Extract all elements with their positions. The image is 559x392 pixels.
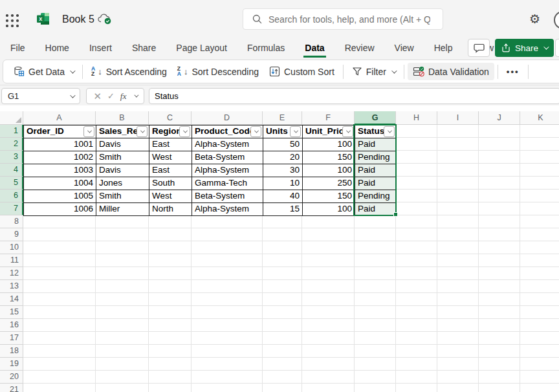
cell[interactable]: East — [149, 138, 192, 151]
tab-home[interactable]: Home — [44, 39, 71, 58]
fill-handle[interactable] — [393, 212, 398, 217]
column-header-A[interactable]: A — [23, 111, 96, 125]
column-header-B[interactable]: B — [96, 111, 149, 125]
cell[interactable]: West — [149, 151, 192, 164]
cell[interactable]: Davis — [96, 164, 149, 177]
filter-dropdown-button[interactable] — [290, 126, 301, 137]
row-header-6[interactable]: 6 — [0, 190, 23, 202]
cell[interactable]: 15 — [263, 203, 303, 216]
comments-button[interactable] — [468, 39, 490, 57]
cell[interactable]: Paid — [355, 177, 397, 190]
row-header-13[interactable]: 13 — [0, 280, 23, 293]
cell[interactable]: 150 — [303, 190, 355, 203]
cell[interactable]: 10 — [263, 177, 303, 190]
cell[interactable]: 20 — [263, 151, 303, 164]
cell[interactable]: Gamma-Tech — [192, 177, 263, 190]
row-header-2[interactable]: 2 — [0, 138, 23, 151]
sort-ascending-button[interactable]: AZ ↓ Sort Ascending — [86, 63, 172, 80]
row-header-21[interactable]: 21 — [0, 384, 23, 392]
get-data-button[interactable]: Get Data — [8, 63, 79, 80]
cell[interactable]: Alpha-System — [192, 203, 263, 216]
sort-descending-button[interactable]: ZA ↓ Sort Descending — [172, 63, 264, 80]
app-launcher-icon[interactable] — [5, 14, 19, 28]
filter-dropdown-button[interactable] — [179, 126, 190, 137]
header-cell-Region[interactable]: Region — [149, 125, 192, 138]
row-header-15[interactable]: 15 — [0, 306, 23, 319]
tab-view[interactable]: View — [393, 39, 415, 58]
row-header-14[interactable]: 14 — [0, 293, 23, 306]
header-cell-Units[interactable]: Units — [263, 125, 303, 138]
row-header-5[interactable]: 5 — [0, 177, 23, 190]
document-title[interactable]: Book 5 — [62, 14, 94, 25]
cell[interactable]: Smith — [96, 190, 149, 203]
column-header-H[interactable]: H — [396, 111, 437, 125]
tab-review[interactable]: Review — [344, 39, 376, 58]
cell[interactable]: Beta-System — [192, 190, 263, 203]
header-cell-Order_ID[interactable]: Order_ID — [24, 125, 96, 138]
cell[interactable]: 100 — [303, 138, 355, 151]
filter-dropdown-button[interactable] — [250, 126, 261, 137]
row-header-20[interactable]: 20 — [0, 371, 23, 384]
row-header-7[interactable]: 7 — [0, 202, 23, 215]
cell[interactable]: 1001 — [24, 138, 96, 151]
account-avatar[interactable] — [554, 11, 559, 29]
row-header-19[interactable]: 19 — [0, 358, 23, 371]
cell[interactable]: Smith — [96, 151, 149, 164]
column-header-J[interactable]: J — [479, 111, 520, 125]
column-header-D[interactable]: D — [192, 111, 263, 125]
cell[interactable]: 50 — [263, 138, 303, 151]
cell[interactable]: 250 — [303, 177, 355, 190]
row-header-3[interactable]: 3 — [0, 151, 23, 164]
cell[interactable]: 1004 — [24, 177, 96, 190]
row-header-17[interactable]: 17 — [0, 332, 23, 345]
row-header-10[interactable]: 10 — [0, 241, 23, 254]
cell[interactable]: 30 — [263, 164, 303, 177]
cell[interactable]: North — [149, 203, 192, 216]
tab-share[interactable]: Share — [131, 39, 157, 58]
cell[interactable]: East — [149, 164, 192, 177]
cell[interactable]: Pending — [355, 151, 397, 164]
cloud-saved-icon[interactable] — [97, 13, 113, 25]
more-commands-button[interactable]: ••• — [501, 63, 525, 80]
filter-button[interactable]: Filter — [347, 63, 400, 80]
column-header-K[interactable]: K — [520, 111, 559, 125]
cell[interactable]: 1003 — [24, 164, 96, 177]
cell[interactable]: Paid — [355, 138, 397, 151]
header-cell-Status[interactable]: Status — [355, 125, 397, 138]
tab-insert[interactable]: Insert — [88, 39, 113, 58]
enter-check-icon[interactable]: ✓ — [107, 91, 115, 101]
chevron-down-icon[interactable] — [134, 93, 138, 98]
filter-dropdown-button[interactable] — [137, 126, 148, 137]
cell[interactable]: Paid — [355, 203, 397, 216]
cell[interactable]: 100 — [303, 164, 355, 177]
cell[interactable]: 150 — [303, 151, 355, 164]
excel-logo-icon[interactable]: x — [36, 12, 50, 25]
column-header-E[interactable]: E — [263, 111, 302, 125]
cell[interactable]: South — [149, 177, 192, 190]
row-header-16[interactable]: 16 — [0, 319, 23, 332]
custom-sort-button[interactable]: Custom Sort — [264, 63, 340, 80]
cell[interactable]: 1006 — [24, 203, 96, 216]
cell[interactable]: 1002 — [24, 151, 96, 164]
column-header-G[interactable]: G — [355, 111, 396, 125]
header-cell-Product_Code[interactable]: Product_Code — [192, 125, 263, 138]
row-header-8[interactable]: 8 — [0, 215, 23, 228]
row-header-9[interactable]: 9 — [0, 228, 23, 241]
cell[interactable]: Jones — [96, 177, 149, 190]
header-cell-Sales_Rep[interactable]: Sales_Rep — [96, 125, 149, 138]
share-button[interactable]: Share — [495, 39, 554, 57]
clipped-edge-button[interactable] — [555, 39, 559, 57]
tab-page-layout[interactable]: Page Layout — [175, 39, 228, 58]
filter-dropdown-button[interactable] — [83, 126, 94, 137]
cell[interactable]: Pending — [355, 190, 397, 203]
cell[interactable]: 40 — [263, 190, 303, 203]
formula-input[interactable]: Status — [149, 88, 559, 104]
row-header-1[interactable]: 1 — [0, 125, 23, 138]
cell[interactable]: Miller — [96, 203, 149, 216]
column-header-I[interactable]: I — [437, 111, 479, 125]
filter-dropdown-button[interactable] — [384, 126, 395, 137]
header-cell-Unit_Price[interactable]: Unit_Price — [303, 125, 355, 138]
cell[interactable]: Paid — [355, 164, 397, 177]
insert-function-icon[interactable]: fx — [120, 91, 127, 102]
cell[interactable]: Beta-System — [192, 151, 263, 164]
